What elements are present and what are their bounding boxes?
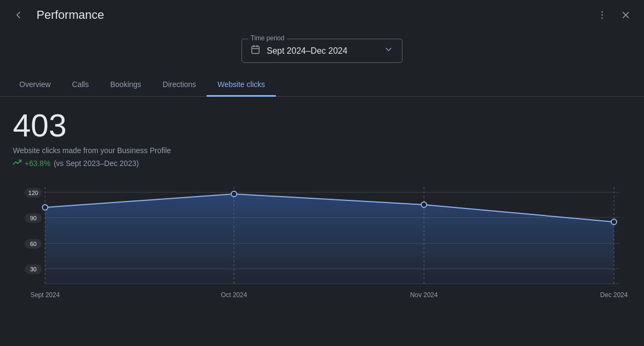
metric-number: 403 bbox=[13, 110, 631, 142]
page-title: Performance bbox=[36, 8, 104, 22]
chart-container: 120 90 60 30 Sept 2024 Oct 2024 Nov 2 bbox=[13, 182, 631, 311]
x-label-nov: Nov 2024 bbox=[410, 291, 438, 299]
tab-calls[interactable]: Calls bbox=[61, 74, 99, 97]
data-point-dec bbox=[611, 219, 617, 225]
y-label-120: 120 bbox=[28, 190, 38, 196]
more-options-button[interactable] bbox=[592, 5, 612, 25]
change-value: +63.8% bbox=[25, 159, 50, 168]
header-left: Performance bbox=[9, 5, 104, 25]
data-point-sept bbox=[42, 205, 48, 210]
y-label-90: 90 bbox=[30, 215, 36, 221]
x-label-dec: Dec 2024 bbox=[600, 291, 628, 299]
y-label-30: 30 bbox=[30, 266, 36, 272]
header: Performance bbox=[0, 0, 644, 30]
chart-area-fill bbox=[45, 194, 614, 284]
close-button[interactable] bbox=[616, 5, 635, 25]
time-period-label: Time period bbox=[248, 34, 287, 42]
time-period-container: Time period Sept 2024–Dec 2024 bbox=[0, 30, 644, 74]
data-point-nov bbox=[421, 202, 427, 207]
chart-svg: 120 90 60 30 Sept 2024 Oct 2024 Nov 2 bbox=[13, 182, 631, 311]
svg-rect-5 bbox=[252, 46, 259, 54]
dropdown-arrow-icon bbox=[384, 45, 393, 57]
time-period-dropdown[interactable]: Time period Sept 2024–Dec 2024 bbox=[241, 39, 402, 63]
svg-point-2 bbox=[602, 18, 603, 19]
time-period-value: Sept 2024–Dec 2024 bbox=[267, 46, 377, 56]
calendar-icon bbox=[251, 45, 260, 57]
header-right bbox=[592, 5, 635, 25]
tab-website-clicks[interactable]: Website clicks bbox=[207, 74, 275, 97]
metric-description: Website clicks made from your Business P… bbox=[13, 146, 631, 155]
x-label-oct: Oct 2024 bbox=[221, 291, 247, 299]
change-period: (vs Sept 2023–Dec 2023) bbox=[54, 159, 139, 168]
metric-change: +63.8% (vs Sept 2023–Dec 2023) bbox=[13, 158, 631, 169]
svg-point-1 bbox=[602, 15, 603, 16]
tab-overview[interactable]: Overview bbox=[9, 74, 61, 97]
trend-up-icon bbox=[13, 158, 21, 169]
back-button[interactable] bbox=[9, 5, 28, 25]
main-content: 403 Website clicks made from your Busine… bbox=[0, 97, 644, 311]
x-label-sept: Sept 2024 bbox=[31, 291, 60, 299]
tabs-container: Overview Calls Bookings Directions Websi… bbox=[0, 74, 644, 97]
data-point-oct bbox=[231, 191, 237, 197]
svg-point-0 bbox=[602, 11, 603, 13]
tab-directions[interactable]: Directions bbox=[152, 74, 207, 97]
tab-bookings[interactable]: Bookings bbox=[99, 74, 152, 97]
y-label-60: 60 bbox=[30, 241, 36, 247]
